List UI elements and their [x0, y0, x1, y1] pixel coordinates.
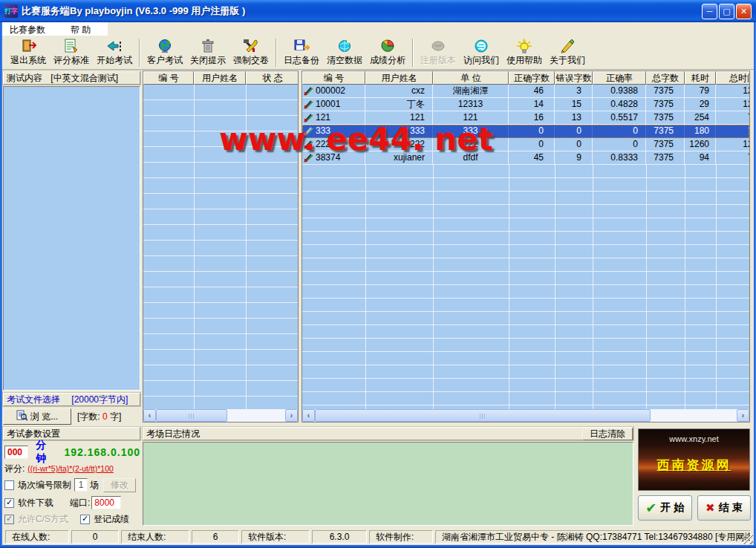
force-submit-button[interactable]: 强制交卷: [229, 37, 273, 68]
exam-file-header: 考试文件选择 [20000字节内]: [3, 393, 140, 406]
visit-us-button[interactable]: 访问我们: [460, 37, 503, 68]
software-download-label: 软件下载: [18, 497, 53, 509]
score-standard-button[interactable]: 评分标准: [50, 37, 93, 68]
log-backup-icon: [293, 39, 310, 53]
end-button[interactable]: ✖ 结 束: [697, 495, 752, 521]
log-backup-button[interactable]: 日志备份: [280, 37, 323, 68]
client-exam-button[interactable]: 客户考试: [143, 37, 186, 68]
score-analysis-button[interactable]: 成绩分析: [366, 37, 409, 68]
results-hscrollbar[interactable]: ‹ ›: [302, 409, 749, 422]
start-exam-button[interactable]: 开始考试: [93, 37, 136, 68]
session-limit-label: 场次编号限制: [18, 479, 71, 492]
menubar: 比赛参数 帮 助: [2, 22, 754, 36]
table-row[interactable]: 000002 cxz 湖南湘潭 46 3 0.9388 7375 79 1200: [302, 85, 749, 98]
toolbar-separator: [412, 39, 414, 67]
col-unit[interactable]: 单 位: [433, 71, 509, 85]
scroll-left-arrow[interactable]: ‹: [143, 409, 156, 422]
left-column: 测试内容 [中英文混合测试] 考试文件选择 [20000字节内] 浏 览... …: [2, 71, 142, 423]
session-unit: 场: [90, 479, 99, 492]
force-submit-icon: [243, 39, 259, 53]
record-score-checkbox[interactable]: [80, 515, 90, 524]
start-button[interactable]: ✔ 开 始: [638, 495, 692, 521]
software-download-checkbox[interactable]: [4, 498, 14, 508]
score-label: 评分:: [4, 463, 25, 475]
col-time[interactable]: 耗时: [685, 71, 716, 85]
table-row[interactable]: 10001 丁冬 12313 14 15 0.4828 7375 29 1200: [302, 98, 749, 111]
test-content-label: 测试内容: [7, 73, 42, 83]
toolbar-separator: [139, 39, 140, 67]
scroll-right-arrow[interactable]: ›: [737, 409, 749, 422]
window-title: 比赛服务端By playboyjin (V6.3.0 -999 用户注册版 ): [22, 4, 702, 18]
port-input[interactable]: 8000: [91, 496, 121, 509]
version-label: 软件版本:: [241, 530, 310, 544]
x-icon: ✖: [706, 501, 715, 515]
browse-button[interactable]: 浏 览...: [3, 408, 71, 425]
scroll-thumb[interactable]: [156, 409, 227, 422]
queue-col-id[interactable]: 编 号: [143, 71, 194, 85]
user-row-icon: [304, 100, 313, 109]
log-area[interactable]: [143, 442, 633, 526]
ad-banner[interactable]: www.xnzy.net 西南资源网: [638, 428, 750, 491]
menu-help[interactable]: 帮 助: [63, 22, 98, 36]
maximize-button[interactable]: ▢: [719, 4, 734, 19]
user-row-icon: [304, 86, 313, 96]
maker-value: 湖南省湘潭市工业贸易中专 - 陈湘铸 QQ:17384771 Tel:13467…: [435, 530, 751, 544]
about-us-button[interactable]: 关于我们: [546, 37, 589, 68]
exam-params-panel: 考试参数设置 000 分钟 192.168.0.100 评分: ((ri-wr*…: [2, 427, 142, 527]
about-us-icon: [559, 39, 576, 53]
file-select-label: 考试文件选择: [7, 394, 60, 405]
log-clear-button[interactable]: 日志清除: [582, 428, 633, 440]
side-panel: www.xnzy.net 西南资源网 ✔ 开 始 ✖ 结 束: [636, 425, 754, 529]
score-analysis-icon: [379, 39, 396, 53]
exit-system-button[interactable]: 退出系统: [7, 37, 50, 68]
col-total[interactable]: 总字数: [646, 71, 685, 85]
menu-competition-params[interactable]: 比赛参数: [2, 22, 53, 36]
finished-count-value: 6: [192, 530, 239, 544]
word-count-value: 0: [102, 411, 108, 422]
window-border-left: [0, 22, 2, 548]
scroll-right-arrow[interactable]: ›: [285, 409, 298, 422]
titlebar: 打字 比赛服务端By playboyjin (V6.3.0 -999 用户注册版…: [0, 0, 756, 22]
finished-count-label: 结束人数:: [121, 530, 189, 544]
test-content-area[interactable]: [3, 86, 140, 391]
session-number-input[interactable]: 1: [74, 478, 88, 492]
minutes-input[interactable]: 000: [4, 446, 28, 459]
col-total-time[interactable]: 总时间: [716, 71, 750, 85]
col-id[interactable]: 编 号: [302, 71, 365, 85]
use-help-button[interactable]: 使用帮助: [503, 37, 546, 68]
col-correct[interactable]: 正确字数: [509, 71, 555, 85]
col-rate[interactable]: 正确率: [593, 71, 646, 85]
modify-button: 修改: [103, 478, 136, 492]
statusbar: 在线人数: 0 结束人数: 6 软件版本: 6.3.0 软件制作: 湖南省湘潭市…: [2, 529, 754, 545]
close-tip-icon: [200, 39, 216, 53]
port-label: 端口:: [70, 497, 90, 509]
score-formula-link[interactable]: ((ri-wr*5)/ta)*(2-ut/tt)*100: [27, 464, 114, 473]
test-content-header: 测试内容 [中英文混合测试]: [3, 71, 140, 85]
banner-site-name: 西南资源网: [639, 457, 749, 474]
online-count-label: 在线人数:: [5, 530, 69, 544]
allow-cs-label: 允许C/S方式: [18, 513, 68, 526]
watermark: www. ee44. net: [219, 121, 493, 157]
scroll-thumb[interactable]: [315, 409, 651, 422]
queue-hscrollbar[interactable]: ‹ ›: [143, 409, 298, 422]
session-limit-checkbox[interactable]: [4, 480, 14, 490]
queue-col-name[interactable]: 用户姓名: [194, 71, 246, 85]
results-table-empty-area[interactable]: [302, 165, 749, 409]
col-name[interactable]: 用户姓名: [365, 71, 433, 85]
queue-col-status[interactable]: 状 态: [246, 71, 299, 85]
scroll-left-arrow[interactable]: ‹: [302, 409, 315, 422]
minimize-button[interactable]: ─: [702, 4, 717, 19]
test-content-mode: [中英文混合测试]: [50, 73, 118, 83]
resize-grip[interactable]: [743, 534, 753, 544]
register-icon: [430, 39, 446, 53]
close-tip-button[interactable]: 关闭提示: [186, 37, 229, 68]
file-size-limit: [20000字节内]: [71, 394, 128, 405]
clear-data-button[interactable]: 清空数据: [323, 37, 366, 68]
close-button[interactable]: ✕: [736, 4, 752, 19]
score-standard-icon: [63, 39, 79, 53]
exit-icon: [20, 39, 36, 53]
start-exam-icon: [106, 39, 123, 53]
visit-us-icon: [473, 39, 489, 53]
version-value: 6.3.0: [312, 530, 367, 544]
col-wrong[interactable]: 错误字数: [555, 71, 593, 85]
